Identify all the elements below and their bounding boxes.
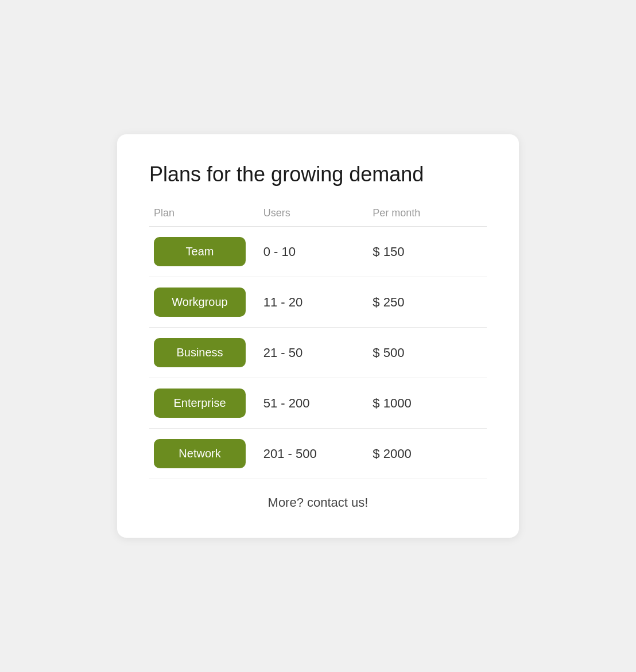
users-cell-2: 21 - 50 — [263, 345, 373, 360]
plan-cell-network: Network — [154, 439, 263, 468]
price-cell-4: $ 2000 — [373, 446, 482, 461]
users-cell-0: 0 - 10 — [263, 244, 373, 259]
users-cell-3: 51 - 200 — [263, 396, 373, 411]
users-cell-1: 11 - 20 — [263, 295, 373, 310]
plan-cell-workgroup: Workgroup — [154, 288, 263, 317]
price-cell-0: $ 150 — [373, 244, 482, 259]
header-per-month: Per month — [373, 207, 482, 219]
price-cell-2: $ 500 — [373, 345, 482, 360]
header-plan: Plan — [154, 207, 263, 219]
plan-badge-enterprise: Enterprise — [154, 389, 246, 418]
table-row: Network201 - 500$ 2000 — [149, 429, 487, 479]
plan-cell-team: Team — [154, 237, 263, 266]
table-header: Plan Users Per month — [149, 207, 487, 226]
contact-text: More? contact us! — [149, 479, 487, 515]
page-title: Plans for the growing demand — [149, 162, 487, 187]
plan-badge-workgroup: Workgroup — [154, 288, 246, 317]
price-cell-3: $ 1000 — [373, 396, 482, 411]
pricing-rows: Team0 - 10$ 150Workgroup11 - 20$ 250Busi… — [149, 227, 487, 479]
plan-cell-enterprise: Enterprise — [154, 389, 263, 418]
plan-badge-business: Business — [154, 338, 246, 367]
header-users: Users — [263, 207, 373, 219]
plan-badge-team: Team — [154, 237, 246, 266]
pricing-card: Plans for the growing demand Plan Users … — [117, 134, 519, 538]
table-row: Business21 - 50$ 500 — [149, 328, 487, 378]
price-cell-1: $ 250 — [373, 295, 482, 310]
table-row: Workgroup11 - 20$ 250 — [149, 277, 487, 328]
plan-cell-business: Business — [154, 338, 263, 367]
plan-badge-network: Network — [154, 439, 246, 468]
table-row: Team0 - 10$ 150 — [149, 227, 487, 277]
table-row: Enterprise51 - 200$ 1000 — [149, 378, 487, 429]
users-cell-4: 201 - 500 — [263, 446, 373, 461]
